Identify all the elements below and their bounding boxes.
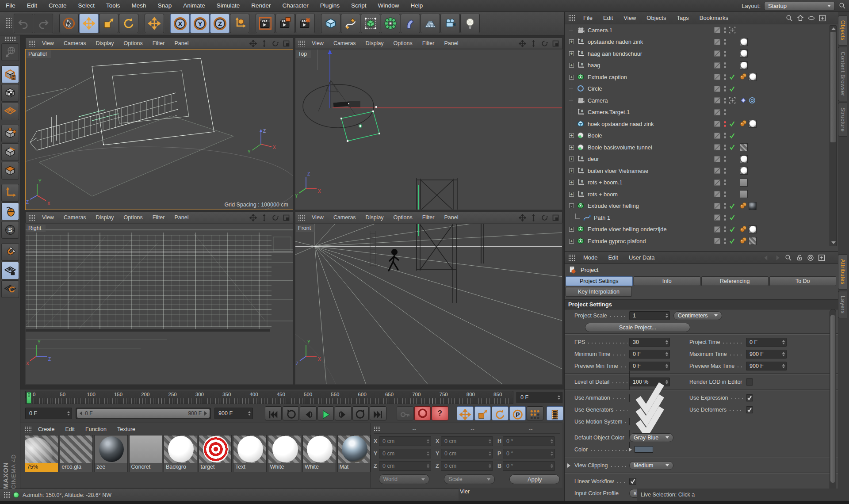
material-menu-texture[interactable]: Texture: [112, 426, 141, 432]
visibility-dots-icon[interactable]: [723, 109, 727, 115]
add-modeling-button[interactable]: [381, 14, 400, 33]
viewport-label[interactable]: Top: [296, 50, 311, 58]
attribute-grip[interactable]: [568, 254, 576, 261]
visibility-dots-icon[interactable]: [723, 203, 727, 209]
enabled-check-icon[interactable]: [729, 120, 736, 127]
expand-icon[interactable]: +: [569, 145, 574, 150]
expand-icon[interactable]: +: [569, 180, 574, 185]
panel-tab-content-browser[interactable]: Content Browser: [838, 47, 847, 101]
dolly-view-icon[interactable]: [530, 214, 537, 221]
expand-icon[interactable]: +: [569, 239, 574, 244]
value-field[interactable]: 30: [629, 338, 670, 347]
expand-icon[interactable]: +: [569, 75, 574, 80]
expand-icon[interactable]: +: [569, 227, 574, 232]
enabled-check-icon[interactable]: [729, 144, 736, 151]
menu-create[interactable]: Create: [43, 0, 73, 11]
object-name[interactable]: Extrude vloer helling: [588, 202, 639, 209]
layer-chip-icon[interactable]: [714, 27, 721, 34]
object-name[interactable]: hoek opstaande naad zink: [588, 121, 654, 127]
om-menu-objects[interactable]: Objects: [641, 15, 671, 21]
lock-workplane-button[interactable]: [1, 262, 19, 279]
om-menu-bookmarks[interactable]: Bookmarks: [694, 15, 734, 21]
value-field[interactable]: 0 F: [629, 350, 670, 359]
enable-axis-button[interactable]: [1, 184, 19, 202]
search-icon[interactable]: [785, 14, 793, 22]
go-to-end-button[interactable]: [370, 406, 386, 420]
layer-chip-icon[interactable]: [714, 226, 721, 233]
material-menu-create[interactable]: Create: [33, 426, 60, 432]
spinner-arrows[interactable]: [780, 364, 785, 368]
viewport-menu-view[interactable]: View: [37, 40, 59, 46]
move-button[interactable]: [79, 14, 99, 33]
texture-tag-icon[interactable]: [749, 73, 757, 81]
menu-mesh[interactable]: Mesh: [126, 0, 152, 11]
timeline-ruler[interactable]: 0501001502002503003504004505005506006507…: [25, 391, 513, 404]
texture-tag-icon[interactable]: [740, 190, 748, 198]
object-name[interactable]: Camera.1: [588, 27, 612, 34]
scale-field[interactable]: 0 cm: [441, 436, 493, 446]
toggle-view-icon[interactable]: [552, 40, 559, 47]
toggle-view-icon[interactable]: [552, 214, 559, 221]
texture-mode-button[interactable]: [1, 84, 19, 102]
visibility-dots-icon[interactable]: [723, 156, 727, 162]
object-row[interactable]: +0rots + boom.1: [565, 177, 827, 189]
edges-mode-button[interactable]: [1, 143, 19, 161]
viewport-menu-display[interactable]: Display: [91, 214, 119, 221]
viewport-menu-display[interactable]: Display: [361, 40, 389, 46]
tab-referencing[interactable]: Referencing: [701, 276, 769, 286]
object-name[interactable]: Path 1: [594, 214, 610, 221]
rotate-view-icon[interactable]: [272, 40, 279, 47]
viewport-grip[interactable]: [298, 40, 305, 46]
object-name[interactable]: buiten vloer Vietnamese: [588, 168, 648, 174]
object-row[interactable]: +0haag: [565, 60, 827, 72]
object-name[interactable]: Extrude gyproc plafond: [588, 238, 646, 244]
model-mode-button[interactable]: [1, 65, 19, 83]
path-up-icon[interactable]: [796, 14, 804, 22]
object-name[interactable]: Extrude vloer helling onderzijde: [588, 226, 667, 233]
checkbox[interactable]: [629, 478, 636, 485]
coordinate-grip[interactable]: [374, 426, 381, 432]
start-frame-field[interactable]: 0 F: [25, 408, 72, 419]
scrollbar-thumb[interactable]: [830, 315, 835, 483]
layer-chip-icon[interactable]: [714, 144, 721, 151]
texture-tag-icon[interactable]: [749, 237, 757, 245]
visibility-dots-icon[interactable]: [723, 191, 727, 197]
phong-tag-icon[interactable]: [740, 120, 747, 127]
enabled-check-icon[interactable]: [729, 85, 736, 92]
viewport-grip[interactable]: [28, 214, 35, 221]
position-field[interactable]: 0 cm: [379, 449, 431, 458]
visibility-dots-icon[interactable]: [723, 39, 727, 45]
attr-menu-edit[interactable]: Edit: [603, 254, 623, 261]
object-row[interactable]: +0opstaande naden zink: [565, 36, 827, 48]
viewport-menu-filter[interactable]: Filter: [417, 40, 440, 46]
material-text[interactable]: Text: [233, 435, 267, 472]
expand-icon[interactable]: +: [569, 192, 574, 197]
texture-tag-icon[interactable]: [740, 167, 748, 175]
panel-tab-attributes[interactable]: Attributes: [838, 254, 847, 290]
target-tag-icon[interactable]: [749, 97, 756, 104]
rotation-field[interactable]: 0 °: [503, 436, 555, 446]
visibility-dots-icon[interactable]: [723, 133, 727, 138]
scale-field[interactable]: 0 cm: [441, 449, 493, 458]
key-position-button[interactable]: [457, 406, 473, 420]
menu-character[interactable]: Character: [277, 0, 314, 11]
key-rotation-button[interactable]: [492, 406, 508, 420]
panel-tab-layers[interactable]: Layers: [838, 291, 847, 319]
add-panel-icon[interactable]: [818, 14, 826, 22]
add-camera-button[interactable]: [440, 14, 460, 33]
color-swatch[interactable]: [635, 446, 653, 453]
toggle-view-icon[interactable]: [283, 40, 290, 47]
object-row[interactable]: +0buiten vloer Vietnamese: [565, 165, 827, 177]
nav-next-icon[interactable]: [773, 254, 781, 262]
key-parameter-button[interactable]: P: [509, 406, 526, 420]
layer-chip-icon[interactable]: [714, 38, 721, 46]
visibility-dots-icon[interactable]: [723, 121, 727, 127]
points-mode-button[interactable]: [1, 125, 19, 142]
viewport-menu-view[interactable]: View: [307, 214, 329, 221]
timeline-playhead[interactable]: 0: [27, 392, 31, 404]
visibility-dots-icon[interactable]: [723, 74, 727, 80]
object-name[interactable]: haag aan tiendschuur: [588, 50, 642, 57]
layer-chip-icon[interactable]: [714, 179, 721, 186]
status-grip[interactable]: [4, 492, 10, 499]
bullseye-icon[interactable]: [807, 254, 815, 262]
